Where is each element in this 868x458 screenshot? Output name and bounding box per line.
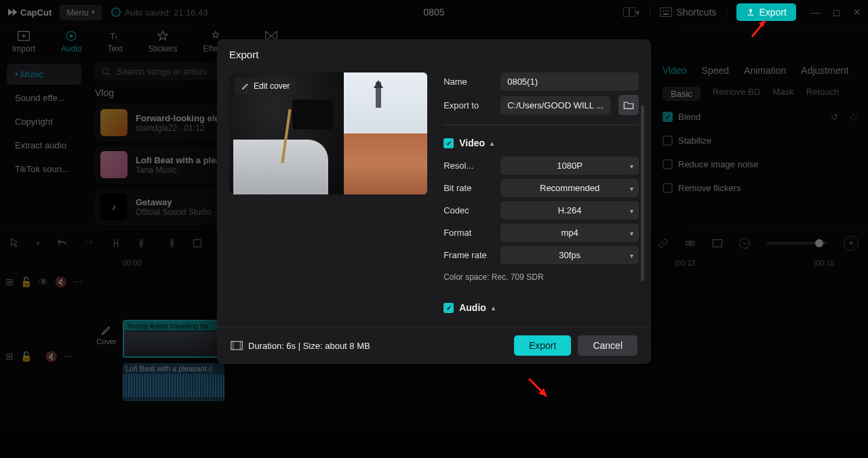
resolution-select[interactable]: 1080P▾ [500, 157, 639, 175]
duration-info: Duration: 6s | Size: about 8 MB [231, 341, 370, 351]
browse-folder-button[interactable] [618, 95, 639, 115]
chevron-up-icon: ▴ [492, 304, 495, 312]
video-section-toggle[interactable]: ✓Video▴ [443, 138, 639, 148]
chevron-down-icon: ▾ [630, 184, 633, 192]
scrollbar[interactable] [641, 105, 644, 281]
chevron-down-icon: ▾ [630, 229, 633, 236]
modal-title: Export [217, 39, 651, 67]
chevron-down-icon: ▾ [630, 251, 633, 259]
exportto-label: Export to [443, 100, 492, 110]
export-modal: Export Edit cover Name Export to C:/User… [0, 0, 868, 458]
colorspace-note: Color space: Rec. 709 SDR [443, 272, 639, 282]
export-confirm-button[interactable]: Export [514, 335, 571, 356]
codec-select[interactable]: H.264▾ [500, 201, 639, 220]
checkbox-icon[interactable]: ✓ [443, 138, 454, 148]
pencil-icon [241, 82, 250, 90]
chevron-down-icon: ▾ [630, 162, 633, 169]
svg-rect-21 [231, 341, 243, 350]
folder-icon [623, 100, 634, 110]
name-label: Name [443, 77, 492, 87]
film-icon [231, 341, 243, 350]
checkbox-icon[interactable]: ✓ [443, 303, 454, 313]
name-input[interactable] [500, 72, 639, 91]
format-select[interactable]: mp4▾ [500, 224, 639, 242]
edit-cover-button[interactable]: Edit cover [235, 78, 296, 94]
bitrate-select[interactable]: Recommended▾ [500, 179, 639, 197]
chevron-down-icon: ▾ [630, 207, 633, 214]
audio-section-toggle[interactable]: ✓Audio▴ [443, 302, 639, 313]
chevron-up-icon: ▴ [490, 140, 494, 147]
exportto-path: C:/Users/GOOD WILL ... [500, 96, 610, 114]
cancel-button[interactable]: Cancel [578, 335, 637, 356]
framerate-select[interactable]: 30fps▾ [500, 246, 639, 264]
cover-preview: Edit cover [229, 72, 427, 194]
